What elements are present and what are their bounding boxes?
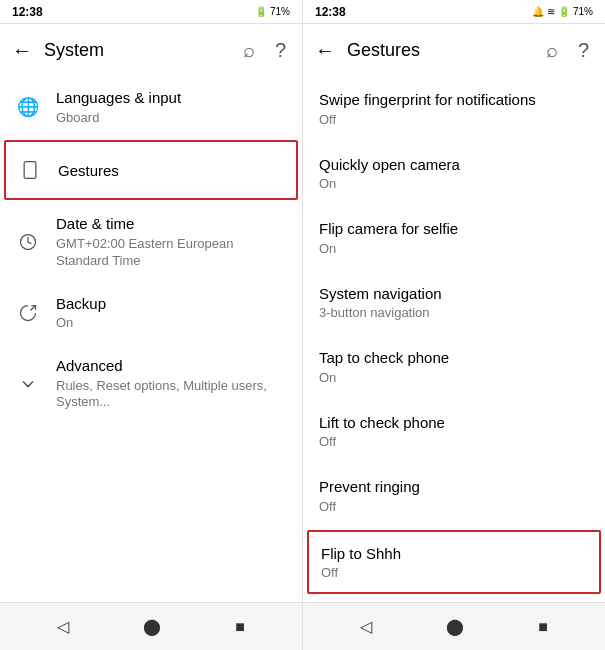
left-nav: ◁ ⬤ ■ xyxy=(0,603,302,650)
left-recents-nav-button[interactable]: ■ xyxy=(227,610,253,644)
system-nav-subtitle: 3-button navigation xyxy=(319,305,589,320)
datetime-title: Date & time xyxy=(56,214,286,234)
swipe-fingerprint-title: Swipe fingerprint for notifications xyxy=(319,90,589,110)
settings-item-datetime[interactable]: Date & time GMT+02:00 Eastern European S… xyxy=(0,202,302,281)
left-back-nav-button[interactable]: ◁ xyxy=(49,609,77,644)
gestures-title: Gestures xyxy=(58,161,284,181)
globe-icon: 🌐 xyxy=(16,95,40,119)
right-home-nav-button[interactable]: ⬤ xyxy=(438,609,472,644)
tap-check-subtitle: On xyxy=(319,370,589,385)
svg-rect-0 xyxy=(24,162,36,179)
left-search-button[interactable]: ⌕ xyxy=(239,35,259,66)
prevent-ringing-title: Prevent ringing xyxy=(319,477,589,497)
flip-shhh-subtitle: Off xyxy=(321,565,587,580)
right-panel: ← Gestures ⌕ ? Swipe fingerprint for not… xyxy=(303,24,605,602)
right-notification-icon: 🔔 xyxy=(532,6,544,17)
open-camera-title: Quickly open camera xyxy=(319,155,589,175)
right-status-bar: 12:38 🔔 ≋ 🔋 71% xyxy=(303,0,605,24)
open-camera-subtitle: On xyxy=(319,176,589,191)
right-battery-pct: 71% xyxy=(573,6,593,17)
left-battery-pct: 71% xyxy=(270,6,290,17)
right-back-nav-button[interactable]: ◁ xyxy=(352,609,380,644)
tap-check-title: Tap to check phone xyxy=(319,348,589,368)
languages-subtitle: Gboard xyxy=(56,110,286,127)
left-home-nav-button[interactable]: ⬤ xyxy=(135,609,169,644)
languages-title: Languages & input xyxy=(56,88,286,108)
left-status-bar: 12:38 🔋 71% xyxy=(0,0,302,24)
lift-check-title: Lift to check phone xyxy=(319,413,589,433)
gesture-flip-camera[interactable]: Flip camera for selfie On xyxy=(303,205,605,270)
main-content: ← System ⌕ ? 🌐 Languages & input Gboard xyxy=(0,24,605,602)
advanced-title: Advanced xyxy=(56,356,286,376)
right-back-button[interactable]: ← xyxy=(315,39,335,62)
flip-shhh-title: Flip to Shhh xyxy=(321,544,587,564)
right-gestures-list: Swipe fingerprint for notifications Off … xyxy=(303,76,605,602)
left-status-icons: 🔋 71% xyxy=(255,6,290,17)
gesture-prevent-ringing[interactable]: Prevent ringing Off xyxy=(303,463,605,528)
svg-line-2 xyxy=(31,305,36,310)
left-settings-list: 🌐 Languages & input Gboard Gestures xyxy=(0,76,302,602)
right-battery-icon: 🔋 xyxy=(558,6,570,17)
lift-check-subtitle: Off xyxy=(319,434,589,449)
gesture-power-menu[interactable]: Power menu Show device controls xyxy=(303,596,605,602)
settings-item-gestures[interactable]: Gestures xyxy=(4,140,298,200)
right-panel-title: Gestures xyxy=(347,40,530,61)
right-wifi-icon: ≋ xyxy=(547,6,555,17)
left-help-button[interactable]: ? xyxy=(271,35,290,66)
backup-subtitle: On xyxy=(56,315,286,332)
settings-item-advanced[interactable]: Advanced Rules, Reset options, Multiple … xyxy=(0,344,302,423)
left-time: 12:38 xyxy=(12,5,43,19)
flip-camera-title: Flip camera for selfie xyxy=(319,219,589,239)
right-search-button[interactable]: ⌕ xyxy=(542,35,562,66)
settings-item-backup[interactable]: Backup On xyxy=(0,282,302,344)
left-back-button[interactable]: ← xyxy=(12,39,32,62)
right-status-icons: 🔔 ≋ 🔋 71% xyxy=(532,6,593,17)
system-nav-title: System navigation xyxy=(319,284,589,304)
gestures-icon xyxy=(18,158,42,182)
left-panel: ← System ⌕ ? 🌐 Languages & input Gboard xyxy=(0,24,303,602)
clock-icon xyxy=(16,230,40,254)
gesture-open-camera[interactable]: Quickly open camera On xyxy=(303,141,605,206)
gesture-swipe-fingerprint[interactable]: Swipe fingerprint for notifications Off xyxy=(303,76,605,141)
nav-bar: ◁ ⬤ ■ ◁ ⬤ ■ xyxy=(0,602,605,650)
datetime-subtitle: GMT+02:00 Eastern European Standard Time xyxy=(56,236,286,270)
left-appbar: ← System ⌕ ? xyxy=(0,24,302,76)
right-appbar: ← Gestures ⌕ ? xyxy=(303,24,605,76)
right-recents-nav-button[interactable]: ■ xyxy=(530,610,556,644)
gesture-system-navigation[interactable]: System navigation 3-button navigation xyxy=(303,270,605,335)
status-bar: 12:38 🔋 71% 12:38 🔔 ≋ 🔋 71% xyxy=(0,0,605,24)
right-time: 12:38 xyxy=(315,5,346,19)
swipe-fingerprint-subtitle: Off xyxy=(319,112,589,127)
advanced-subtitle: Rules, Reset options, Multiple users, Sy… xyxy=(56,378,286,412)
right-nav: ◁ ⬤ ■ xyxy=(303,603,605,650)
left-panel-title: System xyxy=(44,40,227,61)
settings-item-languages[interactable]: 🌐 Languages & input Gboard xyxy=(0,76,302,138)
backup-title: Backup xyxy=(56,294,286,314)
gesture-tap-check-phone[interactable]: Tap to check phone On xyxy=(303,334,605,399)
flip-camera-subtitle: On xyxy=(319,241,589,256)
gesture-flip-shhh[interactable]: Flip to Shhh Off xyxy=(307,530,601,595)
right-help-button[interactable]: ? xyxy=(574,35,593,66)
chevron-down-icon xyxy=(16,372,40,396)
left-battery-icon: 🔋 xyxy=(255,6,267,17)
prevent-ringing-subtitle: Off xyxy=(319,499,589,514)
backup-icon xyxy=(16,301,40,325)
gesture-lift-check-phone[interactable]: Lift to check phone Off xyxy=(303,399,605,464)
